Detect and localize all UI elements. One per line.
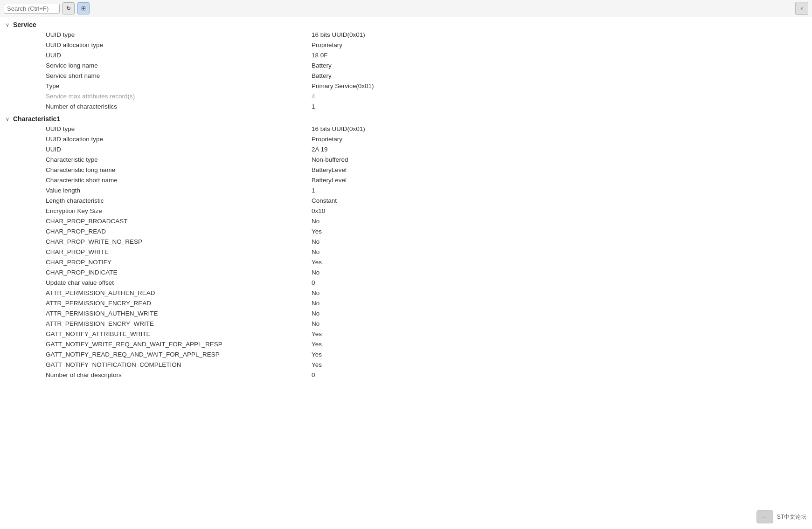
table-row: ATTR_PERMISSION_ENCRY_READNo bbox=[4, 298, 808, 308]
property-label: Length characteristic bbox=[4, 197, 312, 204]
main-content: ∨ Service UUID type16 bits UUID(0x01)UUI… bbox=[0, 17, 812, 384]
property-label: Characteristic long name bbox=[4, 166, 312, 173]
table-row: Characteristic short nameBatteryLevel bbox=[4, 175, 808, 185]
table-row: ATTR_PERMISSION_ENCRY_WRITENo bbox=[4, 318, 808, 329]
property-label: Number of char descriptors bbox=[4, 371, 312, 378]
table-row: CHAR_PROP_BROADCASTNo bbox=[4, 216, 808, 226]
property-value: No bbox=[312, 320, 319, 327]
refresh-button[interactable]: ↻ bbox=[62, 2, 75, 14]
table-row: ATTR_PERMISSION_AUTHEN_WRITENo bbox=[4, 308, 808, 318]
filter-icon: ⊞ bbox=[81, 5, 86, 12]
property-value: 0 bbox=[312, 371, 315, 378]
table-row: Value length1 bbox=[4, 185, 808, 195]
property-value: Yes bbox=[312, 330, 322, 337]
property-label: CHAR_PROP_READ bbox=[4, 228, 312, 235]
property-value: Constant bbox=[312, 197, 337, 204]
table-row: UUID type16 bits UUID(0x01) bbox=[4, 29, 808, 40]
table-row: Service max attributes record(s)4 bbox=[4, 91, 808, 101]
property-value: Yes bbox=[312, 341, 322, 348]
table-row: ATTR_PERMISSION_AUTHEN_READNo bbox=[4, 288, 808, 298]
table-row: UUID type16 bits UUID(0x01) bbox=[4, 124, 808, 134]
table-row: Number of characteristics1 bbox=[4, 101, 808, 111]
property-label: ATTR_PERMISSION_AUTHEN_READ bbox=[4, 289, 312, 296]
property-value: BatteryLevel bbox=[312, 166, 347, 173]
property-label: ATTR_PERMISSION_ENCRY_WRITE bbox=[4, 320, 312, 327]
service-section-header[interactable]: ∨ Service bbox=[4, 19, 808, 29]
property-value: No bbox=[312, 218, 319, 225]
property-value: Non-buffered bbox=[312, 156, 348, 163]
property-value: Battery bbox=[312, 62, 332, 69]
characteristic-properties: UUID type16 bits UUID(0x01)UUID allocati… bbox=[4, 124, 808, 380]
characteristic-section-title: Characteristic1 bbox=[13, 115, 60, 123]
table-row: CHAR_PROP_WRITENo bbox=[4, 247, 808, 257]
table-row: GATT_NOTIFY_WRITE_REQ_AND_WAIT_FOR_APPL_… bbox=[4, 339, 808, 349]
property-label: CHAR_PROP_WRITE_NO_RESP bbox=[4, 238, 312, 245]
property-value: No bbox=[312, 238, 319, 245]
property-label: UUID allocation type bbox=[4, 136, 312, 143]
property-label: Service short name bbox=[4, 72, 312, 79]
property-label: Service max attributes record(s) bbox=[4, 93, 312, 100]
property-label: GATT_NOTIFY_NOTIFICATION_COMPLETION bbox=[4, 361, 312, 368]
property-value: Yes bbox=[312, 259, 322, 266]
table-row: Characteristic typeNon-buffered bbox=[4, 154, 808, 165]
property-value: 18 0F bbox=[312, 52, 328, 59]
table-row: Length characteristicConstant bbox=[4, 195, 808, 206]
table-row: Update char value offset0 bbox=[4, 277, 808, 288]
property-value: 0 bbox=[312, 279, 315, 286]
table-row: UUID allocation typeProprietary bbox=[4, 40, 808, 50]
filter-button[interactable]: ⊞ bbox=[77, 2, 90, 14]
property-value: Proprietary bbox=[312, 41, 342, 48]
property-label: UUID bbox=[4, 146, 312, 153]
property-value: Primary Service(0x01) bbox=[312, 82, 374, 89]
service-properties: UUID type16 bits UUID(0x01)UUID allocati… bbox=[4, 29, 808, 111]
table-row: GATT_NOTIFY_ATTRIBUTE_WRITEYes bbox=[4, 329, 808, 339]
close-button[interactable]: × bbox=[795, 2, 808, 15]
table-row: UUID18 0F bbox=[4, 50, 808, 60]
table-row: GATT_NOTIFY_READ_REQ_AND_WAIT_FOR_APPL_R… bbox=[4, 349, 808, 359]
property-value: No bbox=[312, 269, 319, 276]
property-label: GATT_NOTIFY_ATTRIBUTE_WRITE bbox=[4, 330, 312, 337]
property-value: 2A 19 bbox=[312, 146, 328, 153]
characteristic-chevron: ∨ bbox=[4, 115, 11, 123]
property-value: 4 bbox=[312, 93, 315, 100]
property-label: CHAR_PROP_INDICATE bbox=[4, 269, 312, 276]
property-label: Number of characteristics bbox=[4, 103, 312, 110]
property-value: No bbox=[312, 289, 319, 296]
table-row: Number of char descriptors0 bbox=[4, 370, 808, 380]
property-value: No bbox=[312, 248, 319, 255]
property-value: Battery bbox=[312, 72, 332, 79]
service-section: ∨ Service UUID type16 bits UUID(0x01)UUI… bbox=[4, 19, 808, 111]
table-row: UUID2A 19 bbox=[4, 144, 808, 154]
table-row: Service short nameBattery bbox=[4, 70, 808, 81]
property-value: Proprietary bbox=[312, 136, 342, 143]
property-value: 0x10 bbox=[312, 207, 325, 214]
table-row: GATT_NOTIFY_NOTIFICATION_COMPLETIONYes bbox=[4, 359, 808, 370]
property-value: Yes bbox=[312, 228, 322, 235]
property-label: CHAR_PROP_BROADCAST bbox=[4, 218, 312, 225]
table-row: CHAR_PROP_NOTIFYYes bbox=[4, 257, 808, 267]
property-label: UUID bbox=[4, 52, 312, 59]
table-row: Characteristic long nameBatteryLevel bbox=[4, 165, 808, 175]
search-input[interactable] bbox=[4, 4, 60, 14]
property-label: Value length bbox=[4, 187, 312, 194]
table-row: CHAR_PROP_READYes bbox=[4, 226, 808, 236]
property-value: BatteryLevel bbox=[312, 177, 347, 184]
characteristic-section-header[interactable]: ∨ Characteristic1 bbox=[4, 113, 808, 124]
property-label: Characteristic type bbox=[4, 156, 312, 163]
property-label: ATTR_PERMISSION_AUTHEN_WRITE bbox=[4, 310, 312, 317]
property-value: Yes bbox=[312, 351, 322, 358]
property-value: 16 bits UUID(0x01) bbox=[312, 125, 365, 132]
table-row: Encryption Key Size0x10 bbox=[4, 206, 808, 216]
property-label: CHAR_PROP_NOTIFY bbox=[4, 259, 312, 266]
property-value: 1 bbox=[312, 103, 315, 110]
property-label: GATT_NOTIFY_WRITE_REQ_AND_WAIT_FOR_APPL_… bbox=[4, 341, 312, 348]
property-label: Encryption Key Size bbox=[4, 207, 312, 214]
property-value: No bbox=[312, 310, 319, 317]
table-row: Service long nameBattery bbox=[4, 60, 808, 70]
property-label: UUID allocation type bbox=[4, 41, 312, 48]
property-value: Yes bbox=[312, 361, 322, 368]
table-row: UUID allocation typeProprietary bbox=[4, 134, 808, 144]
property-label: Characteristic short name bbox=[4, 177, 312, 184]
property-label: Service long name bbox=[4, 62, 312, 69]
property-label: UUID type bbox=[4, 31, 312, 38]
